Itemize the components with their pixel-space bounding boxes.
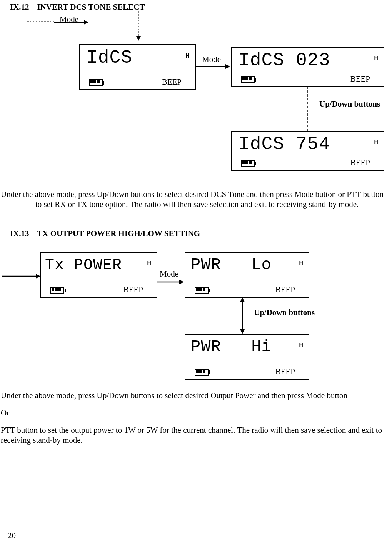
svg-marker-2	[84, 20, 88, 25]
lcd-main-text: IdCS 023	[239, 50, 330, 71]
updown-label-12: Up/Down buttons	[319, 99, 380, 109]
lcd-h-indicator: H	[299, 342, 303, 349]
lcd-h-indicator: H	[147, 260, 151, 267]
lcd-screen-idcs-754: IdCS 754 H BEEP	[231, 131, 384, 171]
lcd-h-indicator: H	[374, 138, 378, 146]
lcd-main-text: PWR Hi	[191, 338, 272, 356]
paragraph-text: Under the above mode, press Up/Down butt…	[1, 189, 389, 210]
mode-arrow-label-13: Mode	[160, 269, 178, 279]
arrow-down-dotted	[135, 11, 142, 42]
lcd-screen-idcs-023: IdCS 023 H BEEP	[231, 47, 384, 87]
section-13-heading: IX.13 TX OUTPUT POWER HIGH/LOW SETTING	[10, 229, 200, 238]
battery-icon	[195, 287, 211, 294]
heading-title: INVERT DCS TONE SELECT	[37, 2, 145, 12]
battery-icon	[89, 79, 105, 86]
leader-dotted	[27, 19, 54, 23]
battery-icon	[195, 369, 211, 376]
section-12-heading: IX.12 INVERT DCS TONE SELECT	[10, 2, 145, 12]
arrow-right-entry-13	[2, 273, 40, 279]
double-arrow-vertical	[239, 297, 246, 334]
lcd-screen-idcs: IdCS H BEEP	[79, 44, 196, 90]
arrow-right-mode-13	[157, 279, 184, 285]
battery-icon	[241, 160, 257, 167]
battery-icon	[241, 76, 257, 83]
lcd-main-text: PWR Lo	[191, 256, 272, 274]
lcd-main-text: Tx POWER	[45, 257, 122, 274]
lcd-h-indicator: H	[374, 55, 378, 62]
svg-marker-4	[136, 36, 141, 41]
section-13-paragraph-2: PTT button to set the output power to 1W…	[1, 425, 391, 445]
beep-indicator: BEEP	[350, 74, 370, 84]
page-number: 20	[8, 531, 16, 540]
heading-number: IX.12	[10, 2, 29, 12]
lcd-h-indicator: H	[185, 52, 190, 60]
section-12-paragraph: Under the above mode, press Up/Down butt…	[1, 189, 389, 210]
lcd-screen-pwr-lo: PWR Lo H BEEP	[185, 252, 309, 298]
updown-label-13: Up/Down buttons	[254, 308, 315, 317]
arrow-right-mode-12	[195, 63, 230, 70]
section-13-paragraph-1: Under the above mode, press Up/Down butt…	[1, 390, 389, 400]
heading-title: TX OUTPUT POWER HIGH/LOW SETTING	[37, 229, 200, 238]
lcd-screen-tx-power: Tx POWER H BEEP	[40, 252, 157, 298]
battery-icon	[50, 287, 67, 294]
beep-indicator: BEEP	[162, 77, 182, 87]
heading-number: IX.13	[10, 229, 29, 238]
lcd-h-indicator: H	[299, 260, 303, 267]
lcd-main-text: IdCS 754	[239, 134, 330, 155]
arrow-right-top	[54, 19, 88, 25]
beep-indicator: BEEP	[275, 367, 295, 377]
svg-marker-11	[179, 280, 184, 284]
lcd-main-text: IdCS	[87, 47, 132, 68]
beep-indicator: BEEP	[123, 285, 143, 295]
mode-arrow-label-12: Mode	[202, 55, 221, 64]
svg-marker-9	[36, 274, 40, 279]
svg-marker-14	[240, 329, 245, 334]
section-13-or: Or	[1, 408, 9, 418]
beep-indicator: BEEP	[350, 158, 370, 168]
dashed-vertical-12	[304, 87, 312, 131]
lcd-screen-pwr-hi: PWR Hi H BEEP	[185, 334, 309, 380]
svg-marker-6	[225, 64, 230, 69]
beep-indicator: BEEP	[275, 285, 295, 295]
